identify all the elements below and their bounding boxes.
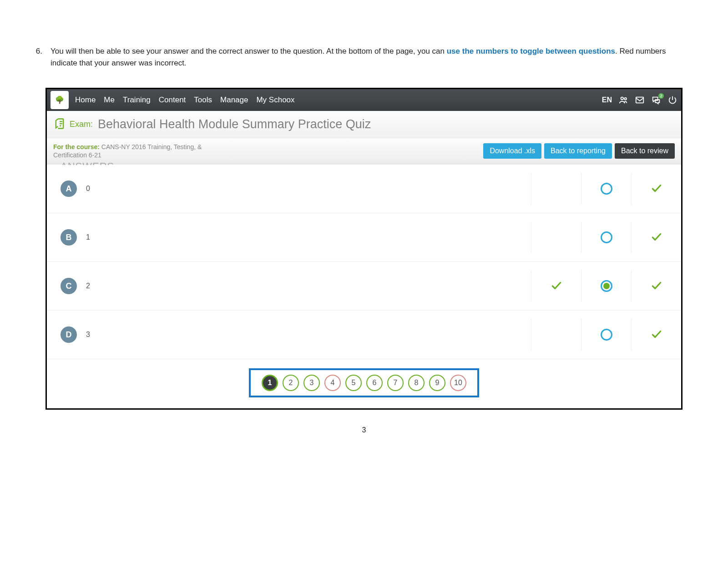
- question-number-button[interactable]: 10: [450, 375, 466, 391]
- nav-item[interactable]: My Schoox: [256, 95, 294, 105]
- power-icon[interactable]: [667, 95, 677, 105]
- option-value: 2: [86, 282, 90, 290]
- check-icon: [651, 280, 662, 293]
- selected-col: [581, 319, 631, 351]
- your-answer-col: [531, 270, 581, 302]
- notification-badge: 2: [658, 93, 664, 99]
- nav-item[interactable]: Me: [104, 95, 115, 105]
- exam-label: Exam:: [70, 120, 93, 129]
- question-number-button[interactable]: 1: [262, 375, 278, 391]
- question-number-button[interactable]: 6: [366, 375, 383, 391]
- check-icon: [651, 231, 662, 244]
- messages-icon[interactable]: 2: [651, 95, 661, 105]
- language-selector[interactable]: EN: [602, 96, 612, 104]
- svg-rect-2: [636, 97, 644, 103]
- question-number-button[interactable]: 5: [345, 375, 362, 391]
- option-value: 1: [86, 233, 90, 241]
- overall-col: [631, 221, 681, 253]
- svg-point-0: [621, 97, 624, 100]
- highlight-text: use the numbers to toggle between questi…: [447, 47, 615, 55]
- download-xls-button[interactable]: Download .xls: [483, 143, 541, 159]
- question-number-button[interactable]: 2: [283, 375, 299, 391]
- selected-col: [581, 221, 631, 253]
- radio-icon: [601, 329, 612, 341]
- check-icon: [551, 280, 562, 293]
- radio-selected-icon: [601, 280, 612, 292]
- nav-item[interactable]: Tools: [194, 95, 212, 105]
- radio-icon: [601, 231, 612, 243]
- nav-item[interactable]: Content: [159, 95, 186, 105]
- option-letter: D: [61, 326, 77, 343]
- top-nav: 🌳 HomeMeTrainingContentToolsManageMy Sch…: [47, 89, 681, 111]
- page-number: 3: [34, 426, 694, 434]
- step-number: 6.: [34, 45, 42, 70]
- option-value: 3: [86, 331, 90, 339]
- question-number-button[interactable]: 3: [303, 375, 320, 391]
- question-number-button[interactable]: 4: [324, 375, 341, 391]
- question-number-button[interactable]: 8: [408, 375, 425, 391]
- overall-col: [631, 173, 681, 205]
- back-to-reporting-button[interactable]: Back to reporting: [544, 143, 612, 159]
- nav-item[interactable]: Training: [123, 95, 151, 105]
- selected-col: [581, 173, 631, 205]
- step-text: You will then be able to see your answer…: [51, 45, 694, 70]
- your-answer-col: [531, 319, 581, 351]
- answers-section: ANSWERS A0B1C2D3 12345678910: [47, 164, 681, 408]
- clipped-heading: ANSWERS: [61, 161, 114, 165]
- check-icon: [651, 182, 662, 196]
- selected-col: [581, 270, 631, 302]
- logo[interactable]: 🌳: [51, 91, 69, 109]
- option-letter: C: [61, 278, 77, 294]
- option-letter: B: [61, 229, 77, 246]
- question-number-button[interactable]: 7: [387, 375, 404, 391]
- nav-item[interactable]: Home: [75, 95, 96, 105]
- overall-col: [631, 319, 681, 351]
- your-answer-col: [531, 221, 581, 253]
- radio-icon: [601, 183, 612, 195]
- nav-items: HomeMeTrainingContentToolsManageMy Schoo…: [75, 95, 295, 105]
- sub-bar: For the course: CANS-NY 2016 Training, T…: [47, 138, 681, 164]
- answer-row: C2: [47, 262, 681, 311]
- people-icon[interactable]: [618, 95, 628, 105]
- question-pager: 12345678910: [249, 368, 479, 397]
- mail-icon[interactable]: [635, 95, 645, 105]
- exam-title: Behavioral Health Module Summary Practic…: [98, 117, 371, 131]
- svg-point-1: [624, 98, 627, 100]
- screenshot-frame: 🌳 HomeMeTrainingContentToolsManageMy Sch…: [46, 88, 682, 410]
- answer-row: D3: [47, 311, 681, 359]
- course-info: For the course: CANS-NY 2016 Training, T…: [53, 143, 217, 159]
- exam-icon: [53, 117, 66, 131]
- question-number-button[interactable]: 9: [429, 375, 445, 391]
- nav-item[interactable]: Manage: [220, 95, 248, 105]
- exam-header: Exam: Behavioral Health Module Summary P…: [47, 111, 681, 138]
- answer-row: A0: [47, 164, 681, 213]
- check-icon: [651, 328, 662, 341]
- instruction-step: 6. You will then be able to see your ans…: [34, 45, 694, 70]
- option-value: 0: [86, 185, 90, 193]
- answer-row: B1: [47, 213, 681, 262]
- overall-col: [631, 270, 681, 302]
- option-letter: A: [61, 181, 77, 197]
- back-to-review-button[interactable]: Back to review: [615, 143, 675, 159]
- your-answer-col: [531, 173, 581, 205]
